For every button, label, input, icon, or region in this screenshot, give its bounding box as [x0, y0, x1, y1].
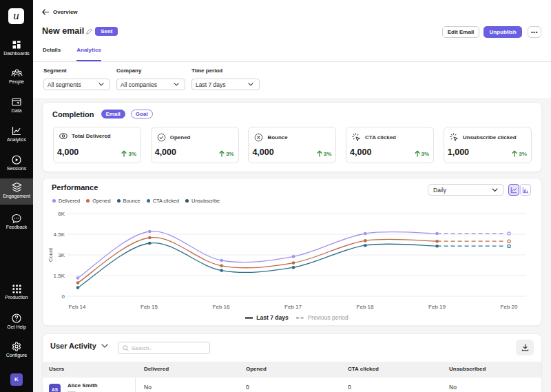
svg-text:Feb 14: Feb 14 — [69, 304, 86, 310]
svg-text:Count: Count — [48, 247, 54, 262]
svg-text:1.5K: 1.5K — [54, 273, 65, 279]
svg-text:Feb 20: Feb 20 — [501, 304, 518, 310]
svg-text:Feb 17: Feb 17 — [284, 304, 302, 310]
svg-text:3K: 3K — [58, 252, 65, 258]
svg-text:Feb 15: Feb 15 — [141, 304, 158, 310]
svg-text:4.5K: 4.5K — [54, 231, 65, 238]
svg-text:Feb 18: Feb 18 — [357, 304, 374, 310]
svg-text:0: 0 — [62, 293, 65, 300]
svg-text:Feb 19: Feb 19 — [428, 304, 446, 310]
svg-text:Feb 16: Feb 16 — [213, 304, 230, 310]
svg-text:6K: 6K — [58, 211, 65, 217]
